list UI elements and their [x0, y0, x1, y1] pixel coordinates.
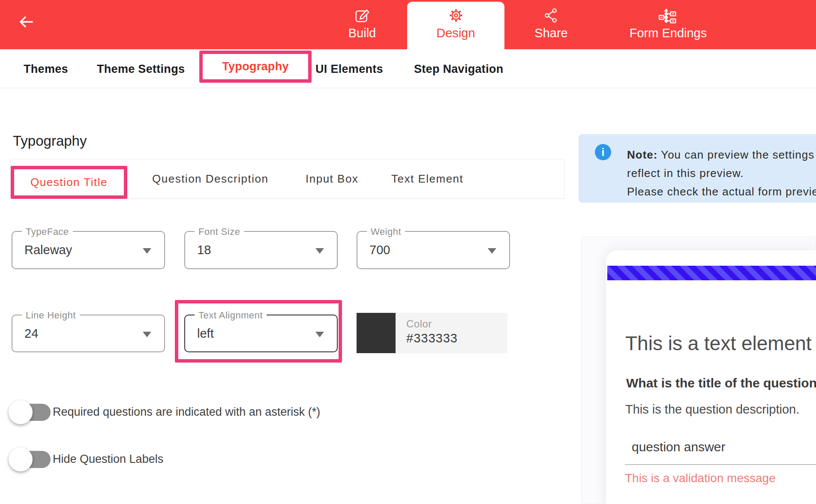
font-size-select[interactable]: Font Size 18 — [184, 231, 338, 269]
note-line-2: reflect in this preview. — [627, 164, 816, 183]
nav-tab-build[interactable]: Build — [336, 0, 388, 49]
subnav-item-step-navigation[interactable]: Step Navigation — [414, 63, 504, 76]
gear-icon — [447, 6, 465, 25]
color-field[interactable]: Color #333333 — [396, 313, 507, 353]
required-asterisk-toggle[interactable] — [11, 404, 51, 421]
note-prefix: Note: — [627, 148, 657, 161]
nav-label-form-endings: Form Endings — [630, 26, 707, 40]
preview-question-title: What is the title of the question — [626, 376, 816, 390]
color-label: Color — [406, 318, 432, 330]
line-height-label: Line Height — [22, 310, 80, 321]
weight-value: 700 — [369, 243, 390, 257]
color-value: #333333 — [406, 331, 458, 345]
weight-label: Weight — [367, 226, 405, 237]
note-panel: i Note: You can preview the settings ref… — [579, 134, 816, 203]
font-size-value: 18 — [197, 243, 211, 257]
nav-label-design: Design — [436, 26, 475, 40]
typeface-label: TypeFace — [22, 226, 73, 237]
nav-tab-design[interactable]: Design — [407, 2, 504, 54]
info-icon: i — [595, 144, 611, 160]
arrow-left-icon — [15, 11, 37, 33]
nav-label-build: Build — [348, 26, 376, 40]
tab-text-element[interactable]: Text Element — [391, 172, 463, 186]
tab-input-box[interactable]: Input Box — [306, 172, 358, 186]
preview-input-underline — [625, 464, 816, 465]
subnav-item-ui-elements[interactable]: UI Elements — [315, 63, 383, 76]
form-preview-panel: This is a text element What is the title… — [581, 237, 816, 504]
toggle-knob — [9, 400, 33, 424]
chevron-down-icon — [315, 248, 324, 254]
top-header: Build — [0, 0, 816, 49]
subnav-item-themes[interactable]: Themes — [24, 63, 68, 76]
typeface-select[interactable]: TypeFace Raleway — [12, 231, 165, 269]
nav-tab-share[interactable]: Share — [525, 0, 577, 49]
tab-question-title-highlight[interactable]: Question Title — [11, 166, 127, 199]
flow-branches-icon — [659, 6, 678, 25]
hide-question-labels-label: Hide Question Labels — [53, 453, 163, 466]
typeface-value: Raleway — [24, 243, 72, 257]
pencil-edit-icon — [353, 6, 371, 25]
preview-text-element: This is a text element — [625, 332, 812, 355]
preview-question-description: This is the question description. — [625, 402, 799, 417]
page-title: Typography — [13, 133, 87, 149]
nav-tab-form-endings[interactable]: Form Endings — [625, 0, 711, 49]
chevron-down-icon — [143, 248, 151, 254]
form-preview-card: This is a text element What is the title… — [606, 250, 816, 504]
subnav-item-theme-settings[interactable]: Theme Settings — [97, 63, 185, 76]
chevron-down-icon — [315, 332, 324, 337]
tab-question-description[interactable]: Question Description — [152, 172, 268, 186]
back-button[interactable] — [15, 11, 38, 33]
text-alignment-select[interactable]: Text Alignment left — [184, 315, 338, 352]
line-height-select[interactable]: Line Height 24 — [12, 315, 165, 352]
line-height-value: 24 — [24, 327, 38, 341]
typography-tab-bar: Question Title Question Description Inpu… — [10, 159, 564, 198]
note-line-1: Note: You can preview the settings — [627, 146, 816, 164]
preview-validation-message: This is a validation message — [625, 471, 776, 485]
tab-question-title: Question Title — [30, 176, 108, 189]
text-alignment-value: left — [197, 327, 214, 341]
chevron-down-icon — [143, 332, 151, 337]
share-nodes-icon — [543, 6, 560, 25]
subnav-item-typography-highlight[interactable]: Typography — [199, 51, 312, 83]
note-text: Note: You can preview the settings refle… — [627, 146, 816, 201]
note-line-3: Please check the actual form preview — [627, 183, 816, 201]
subnav-item-typography: Typography — [222, 60, 289, 73]
hide-question-labels-toggle[interactable] — [11, 451, 51, 468]
chevron-down-icon — [488, 248, 496, 254]
required-asterisk-label: Required questions are indicated with an… — [53, 405, 320, 419]
preview-answer-input[interactable]: question answer — [632, 440, 725, 454]
nav-label-share: Share — [534, 26, 567, 40]
font-size-label: Font Size — [195, 226, 244, 237]
striped-progress-banner — [607, 266, 816, 280]
color-swatch[interactable] — [357, 313, 396, 353]
weight-select[interactable]: Weight 700 — [357, 231, 510, 269]
form-designer-screen: Build — [0, 0, 816, 504]
toggle-knob — [9, 447, 33, 471]
design-subnav: Themes Theme Settings Typography UI Elem… — [0, 49, 816, 88]
text-alignment-label: Text Alignment — [195, 310, 267, 321]
